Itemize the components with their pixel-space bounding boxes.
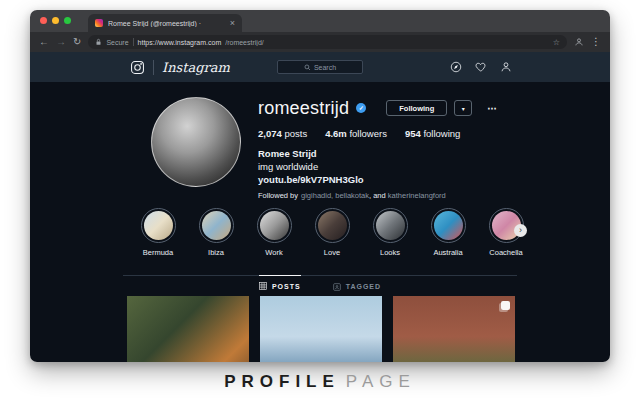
posts-count-label: posts: [282, 128, 307, 139]
search-placeholder: Search: [314, 64, 336, 71]
highlight-ring: [373, 208, 408, 243]
highlights-next-button[interactable]: ›: [514, 224, 527, 237]
window-titlebar: Romee Strijd (@romeestrijd) · ×: [30, 10, 610, 32]
browser-profile-icon[interactable]: [574, 37, 584, 47]
followers-count-value: 4.6m: [325, 128, 347, 139]
url-domain: https://www.instagram.com: [138, 39, 222, 46]
post-tile[interactable]: [393, 296, 515, 362]
caption-light: PAGE: [346, 372, 416, 391]
profile-avatar[interactable]: [151, 97, 241, 187]
highlight-item[interactable]: Love: [303, 208, 361, 257]
highlight-item[interactable]: Ibiza: [187, 208, 245, 257]
profile-info: romeestrijd ✓ Following ▾ ⋯ 2,074 posts …: [258, 99, 558, 200]
highlight-photo: [260, 211, 289, 240]
window-controls: [40, 17, 71, 24]
forward-button[interactable]: →: [56, 37, 66, 47]
highlight-item[interactable]: Work: [245, 208, 303, 257]
tab-title: Romee Strijd (@romeestrijd) ·: [108, 20, 225, 27]
following-count[interactable]: 954 following: [405, 128, 460, 139]
post-tile[interactable]: [260, 296, 382, 362]
follow-options-button[interactable]: ▾: [454, 100, 472, 116]
chevron-down-icon: ▾: [462, 105, 465, 112]
instagram-wordmark: Instagram: [162, 60, 230, 75]
bookmark-star-icon[interactable]: ☆: [553, 38, 560, 47]
highlight-photo: [202, 211, 231, 240]
instagram-header: Instagram Search: [30, 52, 610, 82]
highlight-item[interactable]: Looks: [361, 208, 419, 257]
followed-by: Followed bygigihadid, bellakotak, and ka…: [258, 191, 558, 200]
verified-badge-icon: ✓: [356, 103, 366, 113]
highlight-label: Love: [324, 248, 340, 257]
highlight-ring: [257, 208, 292, 243]
instagram-favicon-icon: [95, 19, 103, 27]
followed-by-prefix: Followed by: [258, 191, 298, 200]
highlight-label: Looks: [380, 248, 400, 257]
tab-posts[interactable]: POSTS: [259, 275, 301, 296]
followed-by-name[interactable]: katherinelangford: [388, 191, 446, 200]
bio-link[interactable]: youtu.be/9kV7PNH3Glo: [258, 174, 558, 185]
posts-count-value: 2,074: [258, 128, 282, 139]
browser-window: Romee Strijd (@romeestrijd) · × ← → ↻ Se…: [30, 10, 610, 362]
instagram-page: Instagram Search: [30, 52, 610, 362]
followed-by-separator: , and: [369, 191, 388, 200]
back-button[interactable]: ←: [39, 37, 49, 47]
chevron-right-icon: ›: [519, 225, 522, 235]
following-count-value: 954: [405, 128, 421, 139]
address-bar[interactable]: Secure https://www.instagram.com /romees…: [88, 35, 567, 49]
highlight-ring: [141, 208, 176, 243]
following-button[interactable]: Following: [386, 100, 447, 116]
highlight-item[interactable]: Bermuda: [129, 208, 187, 257]
highlight-label: Bermuda: [143, 248, 173, 257]
zoom-button[interactable]: [64, 17, 71, 24]
omnibox-divider: [133, 38, 134, 46]
followed-by-name[interactable]: gigihadid: [301, 191, 331, 200]
profile-username: romeestrijd: [258, 98, 349, 119]
lock-icon: [95, 38, 102, 46]
highlight-label: Work: [265, 248, 282, 257]
activity-heart-icon[interactable]: [475, 61, 487, 73]
profile-person-icon[interactable]: [500, 61, 512, 73]
highlight-ring: [315, 208, 350, 243]
post-tile[interactable]: [127, 296, 249, 362]
stage: Romee Strijd (@romeestrijd) · × ← → ↻ Se…: [0, 0, 640, 400]
posts-grid: [127, 296, 515, 362]
highlight-label: Australia: [433, 248, 462, 257]
tab-tagged[interactable]: TAGGED: [333, 276, 381, 297]
browser-menu-icon[interactable]: ⋮: [591, 37, 601, 47]
stats-row: 2,074 posts 4.6m followers 954 following: [258, 128, 558, 139]
close-button[interactable]: [40, 17, 47, 24]
story-highlights: Bermuda Ibiza Work Love Looks: [129, 208, 535, 257]
tab-posts-label: POSTS: [272, 283, 301, 290]
carousel-icon: [501, 301, 510, 310]
followers-count[interactable]: 4.6m followers: [325, 128, 387, 139]
logo-divider: [153, 60, 154, 75]
posts-count[interactable]: 2,074 posts: [258, 128, 307, 139]
highlight-label: Ibiza: [208, 248, 224, 257]
highlight-photo: [434, 211, 463, 240]
highlight-ring: [431, 208, 466, 243]
instagram-glyph-icon: [130, 60, 145, 75]
caption-bold: PROFILE: [224, 372, 340, 391]
grid-icon: [259, 282, 267, 290]
search-icon: [304, 64, 311, 71]
search-input[interactable]: Search: [277, 60, 363, 74]
browser-tab[interactable]: Romee Strijd (@romeestrijd) · ×: [88, 14, 242, 32]
followed-by-name[interactable]: bellakotak: [335, 191, 369, 200]
following-count-label: following: [421, 128, 461, 139]
highlight-photo: [144, 211, 173, 240]
highlight-ring: [199, 208, 234, 243]
page-caption: PROFILEPAGE: [0, 372, 640, 392]
explore-compass-icon[interactable]: [450, 61, 462, 73]
tab-close-icon[interactable]: ×: [230, 19, 235, 27]
highlight-item[interactable]: Australia: [419, 208, 477, 257]
highlight-photo: [318, 211, 347, 240]
reload-button[interactable]: ↻: [73, 37, 81, 47]
tagged-icon: [333, 283, 341, 291]
profile-tabs: POSTS TAGGED: [123, 275, 517, 297]
minimize-button[interactable]: [52, 17, 59, 24]
more-options-icon[interactable]: ⋯: [487, 103, 498, 114]
browser-toolbar: ← → ↻ Secure https://www.instagram.com /…: [30, 32, 610, 52]
highlight-label: Coachella: [489, 248, 522, 257]
logo-group[interactable]: Instagram: [130, 60, 230, 75]
followers-count-label: followers: [347, 128, 387, 139]
